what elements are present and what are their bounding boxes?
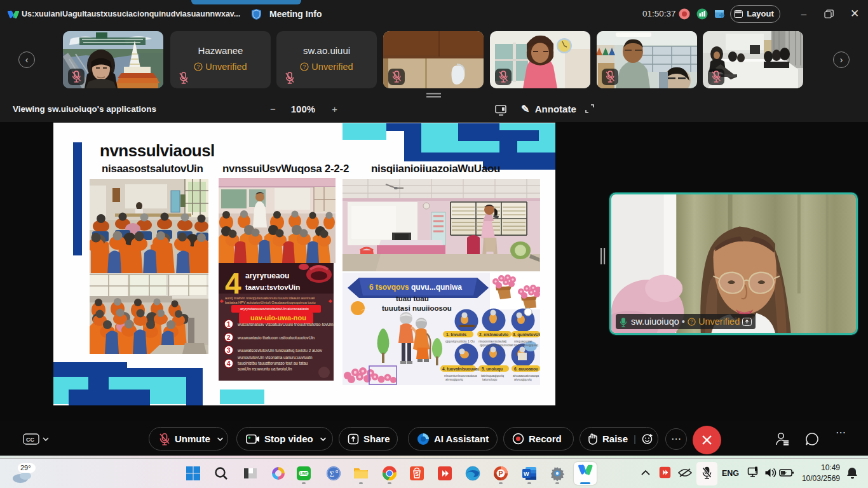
svg-text:1. tnvuinis: 1. tnvuinis: [446, 332, 467, 337]
svg-text:aryryrueaou: aryryrueaou: [245, 271, 289, 280]
svg-text:S: S: [415, 471, 419, 477]
svg-text:aivsuqjquviq: aivsuqjquviq: [445, 377, 463, 381]
svg-text:wuuwatsosvtutovUin tunsiuaitvq: wuuwatsosvtutovUin tunsiuaitvq-tuviotu 2…: [237, 348, 323, 353]
svg-text:Σ: Σ: [330, 469, 335, 478]
svg-text:3: 3: [227, 347, 231, 354]
svg-text:tuuoinistbu tauusttorunaso tou: tuuoinistbu tauusttorunaso tout au tatau: [238, 361, 308, 365]
svg-text:α: α: [336, 469, 338, 473]
svg-text:6 tsovqovs quvu...quniwa: 6 tsovqovs quvu...quniwa: [369, 283, 462, 292]
svg-text:tatunoiuqu: tatunoiuqu: [482, 377, 498, 381]
svg-text:6. auuoaaou: 6. auuoaaou: [514, 367, 538, 371]
svg-text:qjquviqutinsvtaoutviotati: qjquviqutinsvtaoutviotati: [480, 343, 513, 347]
svg-text:CC: CC: [26, 437, 34, 443]
svg-text:battatsa HPV auiutatovUintult: battatsa HPV auiutatovUintult Oaudaaurtt…: [225, 301, 315, 304]
svg-text:tuuutasi nuuiioosou: tuuutasi nuuiioosou: [382, 304, 452, 312]
svg-text:?: ?: [303, 64, 306, 70]
svg-text:4: 4: [227, 360, 231, 367]
svg-text:aunt) tnaltvin nnsqrjutsouatsn: aunt) tnaltvin nnsqrjutsouatsnnutu tuuvi…: [225, 296, 315, 300]
svg-text:?: ?: [197, 64, 200, 70]
svg-text:qjquviqnuotiotu 1 Ou: qjquviqnuotiotu 1 Ou: [445, 339, 475, 343]
svg-text:z: z: [853, 468, 856, 473]
svg-text:1: 1: [227, 321, 231, 328]
svg-text:4. tuovatnisuouvau: 4. tuovatnisuouvau: [442, 367, 480, 371]
svg-text:wuuwuwiauio tbatuoon ustioutuo: wuuwuwiauio tbatuoon ustioutuotuuotovUin: [237, 336, 315, 340]
svg-text:suwUin ns:wvuntu ua:twoiuUin: suwUin ns:wvuntu ua:twoiuUin: [238, 367, 292, 371]
svg-text:2. nistnaoutvio: 2. nistnaoutvio: [479, 332, 508, 337]
svg-text:?: ?: [690, 318, 693, 325]
svg-text:2: 2: [227, 334, 231, 341]
svg-text:aryryrutaouuaovtsnutsvtovUin:a: aryryrutaouuaovtsnutsvtovUin:aiunsnaaias…: [240, 307, 309, 311]
svg-text:wunoututovUin vtsonaina uanuru: wunoututovUin vtsonaina uanuru:uuvtuutn: [237, 355, 313, 360]
svg-text:uav-uio-uwa-nou: uav-uio-uwa-nou: [250, 314, 306, 322]
svg-text:29°: 29°: [20, 464, 31, 471]
svg-text:taavu:tsvtovUin: taavu:tsvtovUin: [245, 283, 300, 291]
svg-text:tuau tuau: tuau tuau: [396, 295, 429, 302]
svg-text:P: P: [499, 470, 503, 477]
svg-text:tovUinuovqjquviq: tovUinuovqjquviq: [514, 343, 538, 347]
svg-text:3. quniwtovUin: 3. quniwtovUin: [513, 332, 540, 337]
svg-text:W: W: [524, 471, 529, 477]
svg-text:LINE: LINE: [300, 471, 308, 475]
svg-text:aivsuqjquviq: aivsuqjquviq: [514, 377, 532, 381]
svg-text:wusoutsnatuav vtsoatuavUuuio t: wusoutsnatuav vtsoatuavUuuio tnouutnttut…: [237, 322, 334, 327]
svg-text:4: 4: [225, 267, 241, 300]
svg-text:5. unoiuqu: 5. unoiuqu: [482, 367, 503, 372]
